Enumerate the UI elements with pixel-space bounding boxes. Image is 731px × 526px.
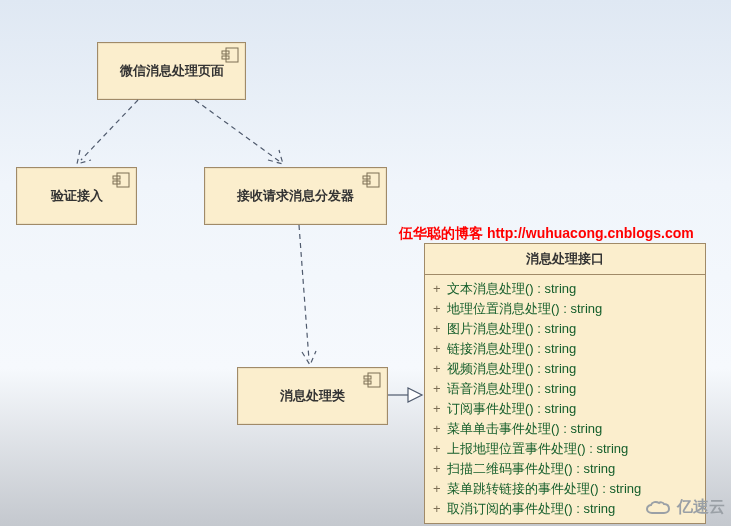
cloud-icon [643,498,673,518]
svg-rect-3 [117,173,129,187]
diagram-canvas: 微信消息处理页面 验证接入 接收请求消息分发器 消息处理类 消息处理接口 +文本… [0,0,731,526]
svg-marker-16 [408,388,422,402]
svg-line-13 [195,100,279,161]
interface-operation: +菜单单击事件处理() : string [433,419,697,439]
component-verify: 验证接入 [16,167,137,225]
interface-operation: +订阅事件处理() : string [433,399,697,419]
svg-line-12 [81,100,138,160]
svg-line-14 [299,225,309,360]
component-label: 微信消息处理页面 [120,62,224,80]
component-label: 接收请求消息分发器 [237,187,354,205]
interface-operation: +地理位置消息处理() : string [433,299,697,319]
component-wechat-page: 微信消息处理页面 [97,42,246,100]
component-icon [362,172,380,188]
interface-operation: +上报地理位置事件处理() : string [433,439,697,459]
svg-rect-0 [226,48,238,62]
component-label: 消息处理类 [280,387,345,405]
watermark-text: 伍华聪的博客 http://wuhuacong.cnblogs.com [399,225,694,243]
interface-operation: +链接消息处理() : string [433,339,697,359]
svg-rect-6 [367,173,379,187]
component-icon [112,172,130,188]
interface-title: 消息处理接口 [425,244,705,275]
site-logo: 亿速云 [643,497,725,518]
interface-operation: +视频消息处理() : string [433,359,697,379]
component-icon [221,47,239,63]
interface-operation: +菜单跳转链接的事件处理() : string [433,479,697,499]
interface-operation: +文本消息处理() : string [433,279,697,299]
interface-operation: +语音消息处理() : string [433,379,697,399]
component-handler: 消息处理类 [237,367,388,425]
component-dispatcher: 接收请求消息分发器 [204,167,387,225]
component-label: 验证接入 [51,187,103,205]
logo-text: 亿速云 [677,497,725,518]
interface-operation: +扫描二维码事件处理() : string [433,459,697,479]
component-icon [363,372,381,388]
svg-rect-9 [368,373,380,387]
interface-operations: +文本消息处理() : string+地理位置消息处理() : string+图… [425,275,705,523]
interface-message-handler: 消息处理接口 +文本消息处理() : string+地理位置消息处理() : s… [424,243,706,524]
interface-operation: +图片消息处理() : string [433,319,697,339]
